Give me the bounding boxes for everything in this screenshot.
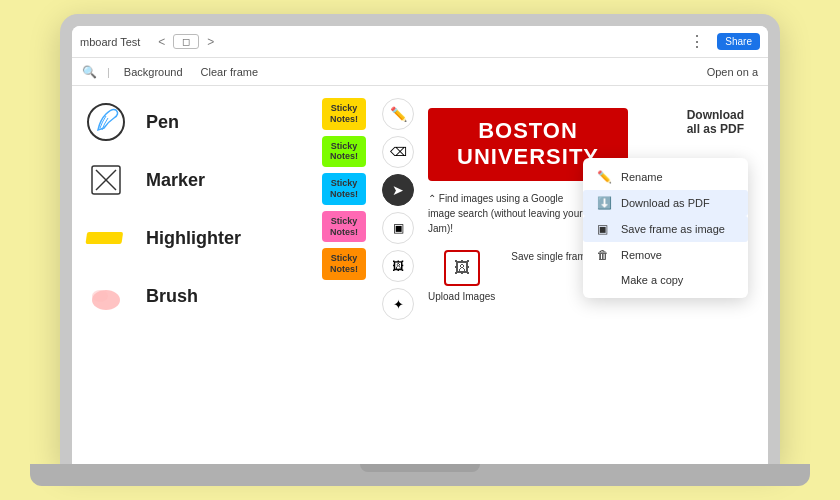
upload-images-icon: 🖼 (444, 250, 480, 286)
nav-page-indicator: ◻ (173, 34, 199, 49)
marker-label: Marker (146, 170, 205, 191)
context-menu: ✏️ Rename ⬇️ Download as PDF ▣ Save fram… (583, 158, 748, 298)
laptop-screen: mboard Test < ◻ > ⋮ Share 🔍 | Background… (72, 26, 768, 464)
sticky-note-yellow[interactable]: StickyNotes! (322, 98, 366, 130)
sticky-note-blue[interactable]: StickyNotes! (322, 173, 366, 205)
context-menu-rename[interactable]: ✏️ Rename (583, 164, 748, 190)
sticky-note-green[interactable]: StickyNotes! (322, 136, 366, 168)
upload-images-block[interactable]: 🖼 Upload Images (428, 250, 495, 303)
highlighter-tool-row: Highlighter (82, 214, 322, 262)
highlighter-label: Highlighter (146, 228, 241, 249)
main-content: Pen Marker (72, 86, 768, 464)
frame-tool-button[interactable]: ▣ (382, 212, 414, 244)
marker-tool-row: Marker (82, 156, 322, 204)
zoom-icon[interactable]: 🔍 (82, 65, 97, 79)
upload-images-label: Upload Images (428, 290, 495, 303)
eraser-tool-button[interactable]: ⌫ (382, 136, 414, 168)
highlighter-icon (82, 214, 130, 262)
nav-separator: | (107, 66, 110, 78)
bu-logo-line1: BOSTON (444, 118, 612, 144)
sticky-note-pink[interactable]: StickyNotes! (322, 211, 366, 243)
background-button[interactable]: Background (120, 64, 187, 80)
nav-next[interactable]: > (203, 33, 218, 51)
context-menu-remove[interactable]: 🗑 Remove (583, 242, 748, 268)
remove-label: Remove (621, 249, 662, 261)
star-tool-button[interactable]: ✦ (382, 288, 414, 320)
find-images-text: ⌃ Find images using a Google image searc… (428, 191, 588, 236)
pen-icon (82, 98, 130, 146)
share-button[interactable]: Share (717, 33, 760, 50)
context-menu-make-copy[interactable]: Make a copy (583, 268, 748, 292)
nav-prev[interactable]: < (154, 33, 169, 51)
laptop-container: mboard Test < ◻ > ⋮ Share 🔍 | Background… (30, 14, 810, 486)
remove-icon: 🗑 (597, 248, 613, 262)
pen-tool-row: Pen (82, 98, 322, 146)
clear-frame-button[interactable]: Clear frame (197, 64, 262, 80)
sticky-notes-column: StickyNotes! StickyNotes! StickyNotes! S… (322, 98, 366, 454)
context-menu-download-pdf[interactable]: ⬇️ Download as PDF (583, 190, 748, 216)
download-pdf-label: Download as PDF (621, 197, 710, 209)
svg-point-6 (92, 290, 108, 302)
more-options-icon[interactable]: ⋮ (689, 32, 705, 51)
pen-tool-button[interactable]: ✏️ (382, 98, 414, 130)
nav-controls: < ◻ > (154, 33, 218, 51)
image-tool-button[interactable]: 🖼 (382, 250, 414, 282)
make-copy-label: Make a copy (621, 274, 683, 286)
laptop-screen-outer: mboard Test < ◻ > ⋮ Share 🔍 | Background… (60, 14, 780, 464)
rename-label: Rename (621, 171, 663, 183)
open-on-label: Open on a (707, 66, 758, 78)
rename-icon: ✏️ (597, 170, 613, 184)
tools-list: Pen Marker (82, 98, 322, 454)
save-frame-icon: ▣ (597, 222, 613, 236)
laptop-base (30, 464, 810, 486)
brush-tool-row: Brush (82, 272, 322, 320)
cursor-tool-button[interactable]: ➤ (382, 174, 414, 206)
sticky-note-orange[interactable]: StickyNotes! (322, 248, 366, 280)
save-frame-label: Save frame as image (621, 223, 725, 235)
context-menu-save-frame[interactable]: ▣ Save frame as image (583, 216, 748, 242)
svg-rect-4 (85, 232, 123, 244)
download-all-block[interactable]: Downloadall as PDF (687, 108, 744, 136)
toolbar2: 🔍 | Background Clear frame Open on a (72, 58, 768, 86)
download-pdf-icon: ⬇️ (597, 196, 613, 210)
app-title: mboard Test (80, 36, 140, 48)
whiteboard-area: Pen Marker (72, 86, 768, 464)
right-panel: BOSTON UNIVERSITY ⌃ Find images using a … (414, 98, 758, 454)
download-all-label: Downloadall as PDF (687, 108, 744, 136)
brush-icon (82, 272, 130, 320)
marker-icon (82, 156, 130, 204)
brush-label: Brush (146, 286, 198, 307)
tools-icon-column: ✏️ ⌫ ➤ ▣ 🖼 ✦ (382, 98, 414, 454)
top-bar: mboard Test < ◻ > ⋮ Share (72, 26, 768, 58)
pen-label: Pen (146, 112, 179, 133)
